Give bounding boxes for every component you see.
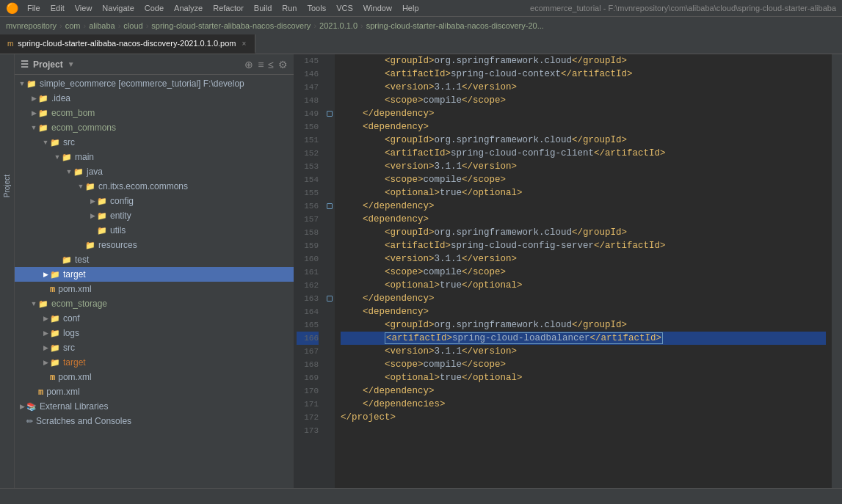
tree-item-6[interactable]: ▼📁java — [15, 164, 294, 179]
settings-icon[interactable]: ⚙ — [278, 59, 288, 70]
line-number-146: 146 — [297, 67, 319, 81]
menu-item-code[interactable]: Code — [145, 4, 164, 12]
tree-icon-6: 📁 — [73, 167, 84, 177]
collapse-icon[interactable]: ≡ — [258, 59, 264, 70]
tree-icon-19: 📁 — [50, 358, 60, 368]
menu-item-refactor[interactable]: Refactor — [213, 4, 244, 12]
line-number-162: 162 — [297, 279, 319, 292]
code-area[interactable]: <groupId>org.springframework.cloud</grou… — [335, 54, 832, 488]
tree-arrow-0: ▼ — [18, 80, 26, 87]
breadcrumb-item-0[interactable]: mvnrepository — [6, 21, 57, 30]
tree-label-23: Scratches and Consoles — [36, 416, 131, 426]
tree-item-23[interactable]: ✏Scratches and Consoles — [15, 414, 294, 428]
line-number-164: 164 — [297, 305, 319, 318]
tree-icon-12: 📁 — [62, 255, 72, 265]
tree-item-12[interactable]: 📁test — [15, 252, 294, 267]
code-line-147: <version>3.1.1</version> — [341, 81, 826, 94]
tree-arrow-7: ▼ — [76, 183, 85, 190]
tree-icon-7: 📁 — [85, 182, 95, 191]
code-line-163: </dependency> — [341, 292, 826, 305]
tree-icon-16: 📁 — [50, 314, 60, 324]
menu-item-tools[interactable]: Tools — [307, 4, 326, 12]
breadcrumb-item-6[interactable]: spring-cloud-starter-alibaba-nacos-disco… — [366, 21, 544, 30]
tree-icon-0: 📁 — [26, 79, 37, 89]
code-line-148: <scope>compile</scope> — [341, 94, 826, 107]
line-number-169: 169 — [297, 371, 319, 384]
line-number-153: 153 — [297, 160, 319, 173]
code-line-145: <groupId>org.springframework.cloud</grou… — [341, 54, 826, 67]
gutter-mark-149[interactable] — [327, 111, 333, 117]
tree-item-18[interactable]: ▶📁src — [15, 340, 294, 355]
breadcrumb-item-1[interactable]: com — [65, 21, 81, 30]
tree-item-13[interactable]: ▶📁target — [15, 267, 294, 282]
breadcrumb-sep-3: › — [146, 21, 149, 30]
tree-item-0[interactable]: ▼📁simple_ecommerce [ecommerce_tutorial] … — [15, 76, 294, 91]
sidebar-title: ☰ Project ▼ — [21, 59, 75, 70]
line-number-170: 170 — [297, 384, 319, 398]
app-icon: 🟠 — [6, 2, 18, 14]
tree-label-5: main — [75, 152, 94, 162]
tree-label-10: utils — [110, 225, 126, 235]
menu-item-view[interactable]: View — [75, 4, 92, 12]
tree-item-9[interactable]: ▶📁entity — [15, 208, 294, 223]
tree-arrow-4: ▼ — [41, 139, 50, 146]
line-number-159: 159 — [297, 239, 319, 252]
tree-item-19[interactable]: ▶📁target — [15, 355, 294, 370]
sort-icon[interactable]: ≤ — [268, 59, 274, 70]
menu-item-help[interactable]: Help — [402, 4, 419, 12]
tree-icon-8: 📁 — [97, 197, 107, 206]
tree-label-21: pom.xml — [46, 387, 79, 397]
tree-item-10[interactable]: 📁utils — [15, 223, 294, 238]
right-gutter — [832, 54, 842, 488]
editor-content: 1451461471481491501511521531541551561571… — [294, 54, 842, 488]
tree-label-17: logs — [63, 328, 79, 338]
tree-item-20[interactable]: mpom.xml — [15, 370, 294, 384]
tree-item-4[interactable]: ▼📁src — [15, 135, 294, 150]
tree-item-16[interactable]: ▶📁conf — [15, 311, 294, 326]
breadcrumb-item-2[interactable]: alibaba — [89, 21, 115, 30]
tree-item-11[interactable]: 📁resources — [15, 238, 294, 252]
tab-close-0[interactable]: × — [241, 39, 248, 48]
code-line-154: <scope>compile</scope> — [341, 173, 826, 186]
left-strip: Project — [0, 54, 15, 488]
breadcrumb-item-4[interactable]: spring-cloud-starter-alibaba-nacos-disco… — [151, 21, 311, 30]
line-number-158: 158 — [297, 226, 319, 239]
breadcrumb-item-3[interactable]: cloud — [123, 21, 142, 30]
code-line-157: <dependency> — [341, 213, 826, 226]
tree-arrow-2: ▶ — [29, 109, 38, 117]
project-side-tab[interactable]: Project — [3, 175, 11, 197]
add-icon[interactable]: ⊕ — [244, 59, 253, 70]
tree-item-7[interactable]: ▼📁cn.itxs.ecom.commons — [15, 179, 294, 194]
tree-item-21[interactable]: mpom.xml — [15, 384, 294, 399]
line-number-154: 154 — [297, 173, 319, 186]
editor-pane: 1451461471481491501511521531541551561571… — [294, 54, 842, 488]
menu-item-analyze[interactable]: Analyze — [174, 4, 203, 12]
tree-arrow-13: ▶ — [41, 271, 50, 278]
tree-arrow-8: ▶ — [88, 197, 97, 205]
menu-item-navigate[interactable]: Navigate — [102, 4, 134, 12]
menu-item-window[interactable]: Window — [363, 4, 392, 12]
tree-item-5[interactable]: ▼📁main — [15, 150, 294, 164]
tree-item-1[interactable]: ▶📁.idea — [15, 91, 294, 106]
tree-item-3[interactable]: ▼📁ecom_commons — [15, 120, 294, 135]
tree-item-15[interactable]: ▼📁ecom_storage — [15, 296, 294, 311]
tree-item-14[interactable]: mpom.xml — [15, 282, 294, 296]
tree-item-17[interactable]: ▶📁logs — [15, 326, 294, 340]
menu-item-vcs[interactable]: VCS — [336, 4, 353, 12]
menu-item-build[interactable]: Build — [254, 4, 272, 12]
menu-item-edit[interactable]: Edit — [51, 4, 65, 12]
menu-item-file[interactable]: File — [27, 4, 40, 12]
breadcrumb-item-5[interactable]: 2021.0.1.0 — [319, 21, 358, 30]
code-line-158: <groupId>org.springframework.cloud</grou… — [341, 226, 826, 239]
menu-item-run[interactable]: Run — [282, 4, 297, 12]
tree-label-0: simple_ecommerce [ecommerce_tutorial] F:… — [40, 78, 244, 89]
breadcrumb-sep-0: › — [59, 21, 62, 30]
gutter-mark-156[interactable] — [327, 203, 333, 209]
tree-item-8[interactable]: ▶📁config — [15, 194, 294, 208]
breadcrumb-bar: mvnrepository › com › alibaba › cloud › … — [0, 16, 842, 34]
tab-0[interactable]: mspring-cloud-starter-alibaba-nacos-disc… — [0, 34, 255, 54]
gutter-mark-163[interactable] — [327, 296, 333, 302]
tree-item-22[interactable]: ▶📚External Libraries — [15, 399, 294, 414]
tree-item-2[interactable]: ▶📁ecom_bom — [15, 106, 294, 120]
sidebar-header-icons[interactable]: ⊕≡≤⚙ — [244, 59, 288, 70]
